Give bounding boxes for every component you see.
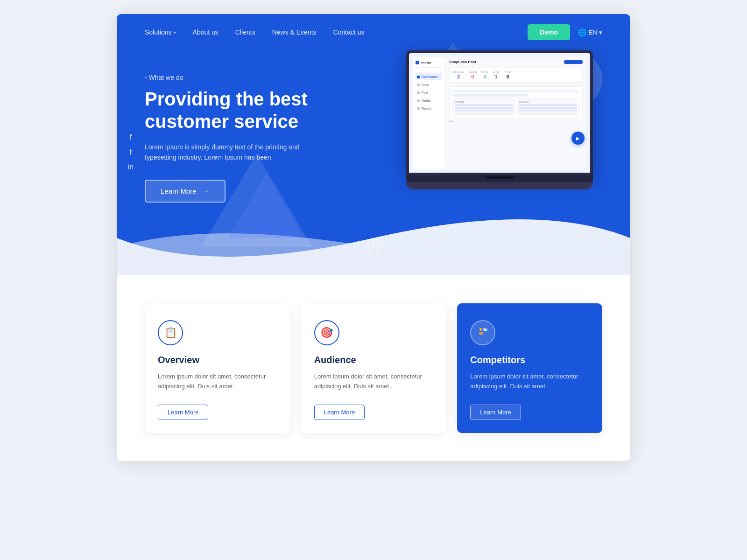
nav-contact[interactable]: Contact us	[333, 28, 365, 36]
svg-point-5	[486, 328, 488, 329]
mock-nav-icon	[417, 76, 420, 78]
card-title-overview: Overview	[158, 355, 277, 365]
mock-nav-icon	[417, 107, 420, 110]
mock-nav-icon	[417, 91, 420, 94]
mock-sidebar: mapapp Dashboard Scan	[413, 57, 445, 169]
mock-nav-media: Media	[416, 97, 442, 104]
hero-learn-more-button[interactable]: Learn More →	[145, 180, 226, 203]
hero-content: - What we do Providing the best customer…	[117, 50, 630, 240]
mock-row-half	[452, 94, 529, 97]
mock-stat-alive: ALIVE 1	[493, 71, 499, 79]
svg-point-0	[479, 328, 482, 331]
mock-stats: PENDING 2 FAILED 0 DONE	[449, 68, 583, 83]
competitors-svg-icon	[477, 326, 488, 337]
card-learn-more-competitors[interactable]: Learn More	[470, 405, 521, 420]
card-title-competitors: Competitors	[470, 355, 589, 365]
facebook-icon[interactable]: f	[126, 133, 135, 141]
mock-logo-text: mapapp	[421, 61, 431, 64]
laptop-screen-inner: mapapp Dashboard Scan	[413, 57, 586, 169]
card-icon-wrap-overview: 📋	[158, 320, 183, 345]
navbar: Solutions ▾ About us Clients News & Even…	[117, 14, 630, 50]
mock-nav-icon	[417, 84, 420, 86]
social-icons: f t in	[126, 133, 135, 171]
target-icon: 🎯	[320, 327, 333, 339]
chevron-down-icon: ▾	[174, 30, 176, 35]
mock-app: mapapp Dashboard Scan	[413, 57, 586, 169]
hero-title: Providing the best customer service	[145, 88, 359, 133]
hero-subtitle: - What we do	[145, 74, 397, 81]
scroll-indicator	[367, 238, 380, 257]
card-icon-wrap-competitors	[470, 320, 495, 345]
competitors-icon	[477, 326, 488, 340]
nav-clients[interactable]: Clients	[235, 28, 255, 36]
card-learn-more-overview[interactable]: Learn More	[158, 405, 208, 420]
svg-point-6	[486, 330, 488, 331]
globe-icon: 🌐	[578, 28, 587, 37]
mock-nav-scan: Scan	[416, 81, 442, 88]
bottom-section: 📋 Overview Lorem ipsum dolor sit amet, c…	[117, 275, 630, 461]
mock-content-area: Standard	[449, 86, 583, 118]
card-desc-audience: Lorem ipsum dolor sit amet, consectetur …	[314, 372, 433, 392]
mock-stat-pending: PENDING 2	[453, 71, 464, 79]
mock-nav-dashboard: Dashboard	[416, 73, 442, 80]
mock-stat-failed: FAILED 0	[469, 71, 477, 79]
mock-nav-icon	[417, 99, 420, 102]
laptop-notch	[486, 175, 514, 179]
card-desc-competitors: Lorem ipsum dolor sit amet, consectetur …	[470, 372, 589, 392]
nav-links: Solutions ▾ About us Clients News & Even…	[145, 28, 528, 36]
mock-help: Help	[449, 120, 583, 123]
demo-button[interactable]: Demo	[528, 24, 570, 40]
nav-about[interactable]: About us	[193, 28, 218, 36]
mock-card-1: Standard	[452, 98, 515, 115]
mock-page-title: SnapLoss Post	[449, 60, 476, 64]
mock-card-2: Standard	[517, 98, 579, 115]
twitter-icon[interactable]: t	[126, 148, 135, 156]
page-wrapper: Solutions ▾ About us Clients News & Even…	[117, 14, 630, 461]
play-button[interactable]: ▶	[571, 132, 585, 145]
arrow-right-icon: →	[201, 186, 210, 196]
card-desc-overview: Lorem ipsum dolor sit amet, consectetur …	[158, 372, 277, 392]
hero-left: - What we do Providing the best customer…	[145, 60, 397, 203]
scroll-dot	[373, 242, 374, 245]
nav-right: Demo 🌐 EN ▾	[528, 24, 602, 40]
mock-logo: mapapp	[416, 61, 442, 68]
language-selector[interactable]: 🌐 EN ▾	[578, 28, 602, 37]
card-learn-more-audience[interactable]: Learn More	[314, 405, 365, 420]
mock-logo-dot	[416, 61, 419, 64]
chevron-down-icon: ▾	[599, 29, 602, 36]
card-icon-wrap-audience: 🎯	[314, 320, 339, 345]
card-competitors: Competitors Lorem ipsum dolor sit amet, …	[457, 303, 602, 433]
mock-row	[452, 90, 579, 92]
svg-point-3	[485, 330, 486, 331]
mock-action-btn	[564, 60, 583, 64]
mock-main: SnapLoss Post PENDING 2	[445, 57, 586, 169]
laptop-base	[406, 175, 593, 182]
laptop-screen: mapapp Dashboard Scan	[406, 50, 593, 175]
mock-header-bar: SnapLoss Post	[449, 60, 583, 64]
card-audience: 🎯 Audience Lorem ipsum dolor sit amet, c…	[301, 303, 446, 433]
nav-news[interactable]: News & Events	[272, 28, 317, 36]
laptop-stand	[406, 182, 593, 189]
laptop-mockup: mapapp Dashboard Scan	[406, 50, 593, 189]
clipboard-icon: 📋	[164, 327, 177, 339]
mock-cards: Standard	[452, 98, 579, 115]
card-overview: 📋 Overview Lorem ipsum dolor sit amet, c…	[145, 303, 290, 433]
mock-stat-total: TOTAL 8	[504, 71, 512, 79]
mock-stat-done: DONE 4	[481, 71, 488, 79]
mock-nav-post: Post	[416, 89, 442, 96]
cards-grid: 📋 Overview Lorem ipsum dolor sit amet, c…	[145, 303, 602, 433]
card-title-audience: Audience	[314, 355, 433, 365]
hero-description: Lorem Ipsum is simply dummy text of the …	[145, 142, 322, 163]
hero-right: mapapp Dashboard Scan	[397, 50, 602, 189]
linkedin-icon[interactable]: in	[126, 163, 135, 171]
nav-solutions[interactable]: Solutions ▾	[145, 28, 176, 36]
mock-nav-report: Report	[416, 105, 442, 112]
svg-rect-2	[479, 332, 483, 335]
hero-section: Solutions ▾ About us Clients News & Even…	[117, 14, 630, 275]
